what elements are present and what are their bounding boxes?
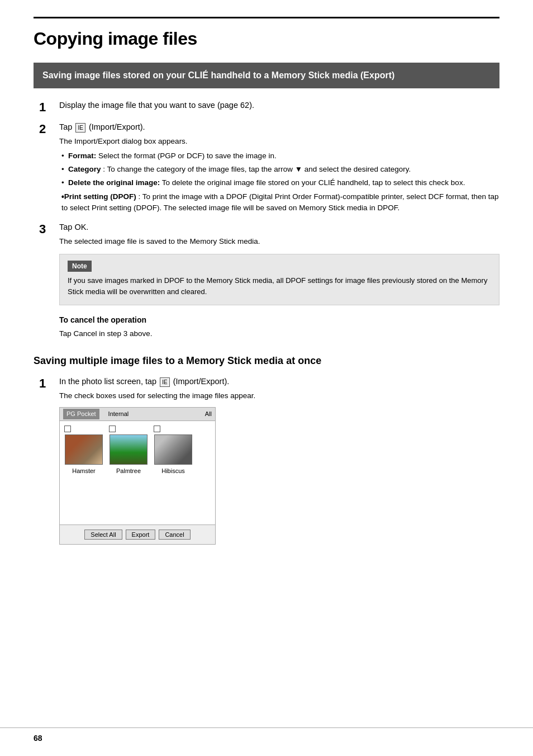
select-all-button[interactable]: Select All — [84, 530, 122, 540]
checkbox-hamster — [64, 426, 71, 432]
bullet-format-text: Select the format (PGP or DCF) to save t… — [98, 152, 277, 160]
export-button[interactable]: Export — [126, 530, 156, 540]
step1-text: Display the image file that you want to … — [59, 100, 499, 112]
step2-sub-text: The Import/Export dialog box appears. — [59, 136, 499, 147]
step1: 1 Display the image file that you want t… — [34, 100, 499, 116]
screenshot-header: PG Pocket Internal All — [60, 408, 215, 421]
thumbnail-palmtree — [110, 434, 147, 465]
cancel-button[interactable]: Cancel — [159, 530, 190, 540]
note-box: Note If you save images marked in DPOF t… — [59, 254, 499, 305]
step1-number: 1 — [39, 100, 59, 116]
note-label: Note — [68, 261, 92, 272]
step3-content: Tap OK. The selected image file is saved… — [59, 221, 499, 342]
list-item: Hamster — [64, 426, 103, 476]
step3-text: Tap OK. — [59, 221, 499, 234]
label-hibiscus: Hibiscus — [161, 466, 185, 476]
section2-heading: Saving multiple image files to a Memory … — [34, 355, 499, 367]
cancel-text: Tap Cancel in step 3 above. — [59, 328, 499, 339]
bullet-format-label: Format: — [68, 152, 96, 160]
list-item: Hibiscus — [154, 426, 193, 476]
section2-step1-after-icon: (Import/Export). — [173, 377, 230, 386]
screenshot: PG Pocket Internal All Hamster — [59, 407, 216, 545]
section2-step1-content: In the photo list screen, tap IE (Import… — [59, 376, 499, 545]
list-item: Palmtree — [109, 426, 148, 476]
bottom-rule — [0, 727, 533, 728]
step3-sub-text: The selected image file is saved to the … — [59, 236, 499, 247]
step2-number: 2 — [39, 121, 59, 138]
section2-step1-sub-text: The check boxes used for selecting the i… — [59, 390, 499, 401]
section2-step1: 1 In the photo list screen, tap IE (Impo… — [34, 376, 499, 545]
thumbnail-hibiscus — [154, 434, 192, 465]
bullet-delete: Delete the original image: To delete the… — [61, 177, 499, 188]
bullet-print: •Print setting (DPOF) : To print the ima… — [61, 191, 499, 214]
thumbnail-hamster — [65, 434, 103, 465]
bullet-category-text: : To change the category of the image fi… — [103, 165, 411, 173]
top-rule — [34, 17, 499, 18]
bullet-delete-label: Delete the original image: — [68, 178, 160, 187]
import-export-icon: IE — [75, 123, 85, 133]
page-title: Copying image files — [34, 29, 499, 49]
bullet-category-label: Category — [68, 165, 101, 173]
note-text: If you save images marked in DPOF to the… — [68, 275, 491, 297]
bullet-category: Category : To change the category of the… — [61, 164, 499, 175]
screenshot-images: Hamster Palmtree Hibiscu — [60, 421, 215, 480]
section1-header: Saving image files stored on your CLIÉ h… — [34, 63, 499, 88]
page-number: 68 — [34, 734, 42, 743]
checkbox-row-hamster — [64, 426, 103, 433]
step2-intro: Tap — [59, 122, 72, 131]
screenshot-tab-active: PG Pocket — [63, 409, 99, 419]
checkbox-hibiscus — [154, 426, 160, 432]
screenshot-tab-all: All — [205, 409, 212, 419]
bullet-format: Format: Select the format (PGP or DCF) t… — [61, 150, 499, 162]
step3-number: 3 — [39, 221, 59, 238]
label-hamster: Hamster — [72, 466, 96, 476]
step3: 3 Tap OK. The selected image file is sav… — [34, 221, 499, 342]
step2-content: Tap IE (Import/Export). The Import/Expor… — [59, 121, 499, 216]
step2-intro-line: Tap IE (Import/Export). — [59, 121, 499, 134]
section2-step1-number: 1 — [39, 376, 59, 392]
step1-content: Display the image file that you want to … — [59, 100, 499, 114]
page: Copying image files Saving image files s… — [0, 0, 533, 756]
step2-after-icon: (Import/Export). — [89, 122, 145, 131]
step2-bullets: Format: Select the format (PGP or DCF) t… — [59, 150, 499, 214]
label-palmtree: Palmtree — [116, 466, 141, 476]
bullet-print-label: •Print setting (DPOF) — [61, 192, 136, 201]
screenshot-blank-area — [60, 480, 215, 525]
screenshot-footer[interactable]: Select All Export Cancel — [60, 525, 215, 544]
import-export-icon-2: IE — [160, 377, 169, 387]
section2-step1-intro: In the photo list screen, tap — [59, 377, 156, 386]
section2-step1-intro-line: In the photo list screen, tap IE (Import… — [59, 376, 499, 388]
step2: 2 Tap IE (Import/Export). The Import/Exp… — [34, 121, 499, 216]
checkbox-row-palmtree — [109, 426, 148, 433]
bullet-delete-text: To delete the original image file stored… — [162, 178, 465, 187]
screenshot-tab-internal: Internal — [105, 409, 132, 419]
checkbox-palmtree — [109, 426, 116, 432]
cancel-title: To cancel the operation — [59, 314, 499, 326]
checkbox-row-hibiscus — [154, 426, 193, 433]
